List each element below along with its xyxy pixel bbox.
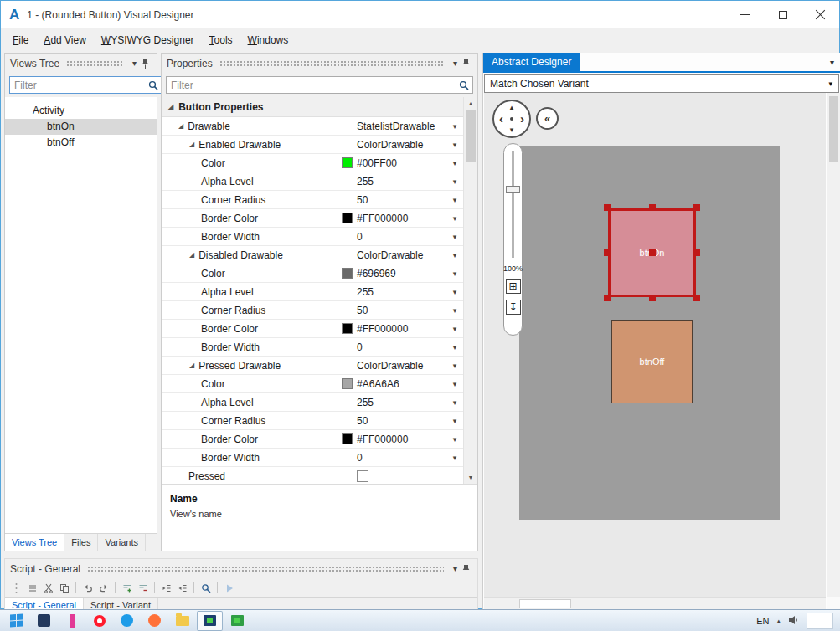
- pan-left-icon[interactable]: ‹: [499, 112, 503, 125]
- scroll-up-button[interactable]: ▲: [464, 97, 477, 110]
- dropdown-arrow-icon[interactable]: ▾: [446, 233, 463, 241]
- panel-chevron-down-icon[interactable]: ▾: [451, 565, 460, 573]
- expander-icon[interactable]: ◢: [178, 123, 183, 130]
- prop-row-corner-radius-16[interactable]: Corner Radius50▾: [162, 412, 463, 430]
- run-icon[interactable]: [222, 582, 236, 595]
- dropdown-arrow-icon[interactable]: ▾: [446, 417, 463, 425]
- taskbar-app-app-green[interactable]: [224, 611, 250, 631]
- prop-value[interactable]: StatelistDrawable: [357, 121, 435, 132]
- prop-row-corner-radius-4[interactable]: Corner Radius50▾: [162, 191, 463, 209]
- hidden-icons-chevron-icon[interactable]: ▴: [776, 617, 781, 625]
- pan-right-icon[interactable]: ›: [520, 112, 524, 125]
- zoom-slider[interactable]: [512, 151, 514, 258]
- prop-value[interactable]: #FF000000: [357, 433, 408, 445]
- dropdown-arrow-icon[interactable]: ▾: [446, 141, 463, 149]
- selection-handle[interactable]: [604, 204, 611, 211]
- prop-row-enabled-drawable-1[interactable]: ◢Enabled DrawableColorDrawable▾: [162, 136, 463, 154]
- expander-icon[interactable]: ◢: [189, 252, 194, 259]
- selection-handle[interactable]: [604, 295, 611, 301]
- pressed-checkbox[interactable]: [357, 470, 368, 482]
- cut-icon[interactable]: [41, 582, 55, 595]
- prop-value[interactable]: 0: [357, 231, 363, 243]
- selection-handle[interactable]: [604, 249, 611, 256]
- comment-remove-icon[interactable]: [136, 582, 150, 595]
- tree-node-btnoff[interactable]: btnOff: [5, 135, 157, 151]
- taskbar-app-opera-browser[interactable]: [86, 611, 112, 631]
- prop-row-alpha-level-9[interactable]: Alpha Level255▾: [162, 283, 463, 301]
- selection-handle[interactable]: [693, 204, 700, 211]
- comment-add-icon[interactable]: [120, 582, 134, 595]
- prop-value[interactable]: ColorDrawable: [357, 139, 423, 151]
- prop-row-pressed-drawable-13[interactable]: ◢Pressed DrawableColorDrawable▾: [162, 357, 463, 375]
- touch-keyboard-button[interactable]: [807, 613, 833, 629]
- language-indicator[interactable]: EN: [756, 616, 769, 626]
- minimize-button[interactable]: [726, 1, 764, 28]
- expander-icon[interactable]: ◢: [168, 104, 173, 110]
- prop-value[interactable]: 50: [357, 194, 368, 206]
- prop-value[interactable]: 50: [357, 305, 368, 316]
- dropdown-arrow-icon[interactable]: ▾: [446, 398, 463, 407]
- prop-row-border-width-6[interactable]: Border Width0▾: [162, 228, 463, 246]
- maximize-button[interactable]: [764, 1, 801, 28]
- tree-node-btnon[interactable]: btnOn: [5, 119, 157, 135]
- pin-icon[interactable]: [460, 564, 472, 575]
- prop-value[interactable]: #FF000000: [357, 323, 408, 335]
- taskbar-app-blue-browser[interactable]: [114, 611, 140, 631]
- tree-node-activity[interactable]: Activity: [5, 103, 157, 119]
- panel-chevron-down-icon[interactable]: ▾: [451, 59, 460, 68]
- pan-up-icon[interactable]: ▴: [510, 104, 514, 111]
- dropdown-arrow-icon[interactable]: ▾: [446, 288, 463, 296]
- dropdown-arrow-icon[interactable]: ▾: [446, 177, 463, 186]
- group-button-properties[interactable]: ◢Button Properties: [162, 97, 463, 117]
- outdent-icon[interactable]: [159, 582, 173, 595]
- expander-icon[interactable]: ◢: [189, 362, 194, 369]
- tab-abstract-designer[interactable]: Abstract Designer: [483, 53, 580, 71]
- dropdown-arrow-icon[interactable]: ▾: [446, 159, 463, 167]
- tab-views-tree[interactable]: Views Tree: [5, 534, 64, 551]
- zoom-slider-handle[interactable]: [506, 186, 520, 193]
- list-icon[interactable]: [25, 582, 39, 595]
- dropdown-arrow-icon[interactable]: ▾: [446, 251, 463, 259]
- menu-item-tools[interactable]: Tools: [202, 31, 240, 49]
- selection-handle[interactable]: [693, 249, 700, 256]
- menu-item-file[interactable]: File: [5, 31, 36, 49]
- prop-row-drawable-0[interactable]: ◢DrawableStatelistDrawable▾: [162, 117, 463, 136]
- prop-value[interactable]: 255: [357, 397, 374, 408]
- dropdown-arrow-icon[interactable]: ▾: [446, 435, 463, 444]
- menu-item-add-view[interactable]: Add View: [36, 31, 94, 49]
- dropdown-arrow-icon[interactable]: ▾: [446, 196, 463, 204]
- dropdown-arrow-icon[interactable]: ▾: [446, 380, 463, 388]
- prop-row-color-14[interactable]: Color#A6A6A6▾: [162, 375, 463, 393]
- scroll-down-button[interactable]: ▼: [464, 471, 477, 484]
- prop-value[interactable]: 0: [357, 452, 363, 464]
- indent-icon[interactable]: [175, 582, 189, 595]
- taskbar-app-app-pink[interactable]: [59, 611, 85, 631]
- collapse-tools-button[interactable]: «: [536, 107, 559, 130]
- designer-vertical-scrollbar[interactable]: [827, 93, 840, 597]
- pan-control[interactable]: ▴ ▾ ‹ ›: [492, 100, 531, 138]
- dropdown-arrow-icon[interactable]: ▾: [446, 454, 463, 462]
- prop-row-alpha-level-3[interactable]: Alpha Level255▾: [162, 172, 463, 191]
- prop-row-border-width-12[interactable]: Border Width0▾: [162, 338, 463, 357]
- search-icon[interactable]: [198, 582, 213, 595]
- prop-row-color-8[interactable]: Color#696969▾: [162, 264, 463, 283]
- dropdown-arrow-icon[interactable]: ▾: [446, 214, 463, 223]
- properties-filter-input[interactable]: [167, 80, 459, 91]
- prop-value[interactable]: 255: [357, 176, 374, 187]
- dropdown-arrow-icon[interactable]: ▾: [446, 306, 463, 315]
- selection-handle[interactable]: [649, 295, 656, 301]
- scrollbar-thumb[interactable]: [829, 96, 838, 162]
- dropdown-arrow-icon[interactable]: ▾: [446, 122, 463, 131]
- prop-value[interactable]: #A6A6A6: [357, 378, 399, 390]
- dropdown-arrow-icon[interactable]: ▾: [446, 269, 463, 278]
- dropdown-arrow-icon[interactable]: ▾: [446, 325, 463, 333]
- views-filter-input[interactable]: [10, 80, 148, 91]
- menu-item-wysiwyg-designer[interactable]: WYSIWYG Designer: [94, 31, 202, 49]
- selection-handle[interactable]: [693, 295, 700, 301]
- fit-to-screen-button[interactable]: ⊞: [506, 279, 521, 294]
- close-button[interactable]: [801, 1, 839, 28]
- load-layout-button[interactable]: ↧: [506, 300, 521, 315]
- taskbar-app-firefox-browser[interactable]: [142, 611, 167, 631]
- tab-files[interactable]: Files: [64, 534, 98, 551]
- prop-row-border-color-11[interactable]: Border Color#FF000000▾: [162, 320, 463, 338]
